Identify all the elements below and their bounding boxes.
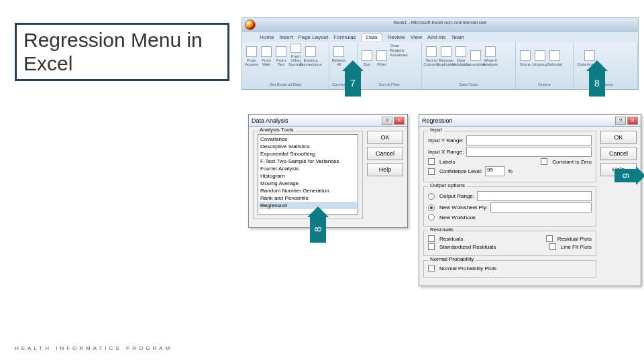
- confidence-checkbox[interactable]: [428, 168, 435, 175]
- from-access-button[interactable]: From Access: [245, 44, 258, 66]
- ungroup-button[interactable]: Ungroup: [533, 44, 547, 66]
- ok-button[interactable]: OK: [367, 131, 403, 144]
- line-fit-plots-checkbox[interactable]: [549, 243, 556, 250]
- tab-page-layout[interactable]: Page Layout: [298, 34, 328, 40]
- slide-title: Regression Menu in Excel: [23, 29, 221, 75]
- tab-review[interactable]: Review: [388, 34, 405, 40]
- std-residuals-checkbox[interactable]: [428, 243, 435, 250]
- help-icon[interactable]: ?: [615, 117, 626, 125]
- group-outline: Group Ungroup Subtotal Outline: [516, 42, 574, 88]
- output-group: Output options Output Range: New Workshe…: [423, 186, 596, 227]
- window-title: Book1 - Microsoft Excel non-commercial u…: [394, 20, 487, 25]
- callout-8: 8: [310, 216, 326, 243]
- text-to-columns-button[interactable]: Text to Columns: [425, 44, 438, 66]
- ribbon-body: From Access From Web From Text From Othe…: [242, 42, 638, 88]
- callout-8-top: 8: [589, 70, 605, 97]
- regression-dialog: Regression ?X Input Input Y Range: Input…: [419, 114, 641, 286]
- tab-data[interactable]: Data: [362, 33, 382, 41]
- ribbon-tabs: Home Insert Page Layout Formulas Data Re…: [242, 32, 638, 42]
- analysis-tools-list[interactable]: Covariance Descriptive Statistics Expone…: [258, 134, 358, 215]
- ok-button[interactable]: OK: [600, 131, 637, 144]
- tab-team[interactable]: Team: [451, 34, 465, 40]
- new-workbook-radio[interactable]: [428, 214, 435, 221]
- dialog-title: Data Analysis: [252, 117, 288, 124]
- confidence-value[interactable]: 95: [485, 166, 505, 176]
- labels-checkbox[interactable]: [428, 158, 435, 165]
- input-group: Input Input Y Range: Input X Range: Labe…: [423, 131, 596, 182]
- input-x-range[interactable]: [466, 147, 592, 157]
- cancel-button[interactable]: Cancel: [367, 147, 403, 160]
- tab-insert[interactable]: Insert: [279, 34, 292, 40]
- consolidate-button[interactable]: Consolidate: [469, 44, 482, 66]
- new-worksheet-input[interactable]: [490, 202, 592, 213]
- input-y-range[interactable]: [466, 135, 592, 145]
- slide-footer: HEALTH INFORMATICS PROGRAM: [15, 345, 172, 351]
- group-get-external-data: From Access From Web From Text From Othe…: [242, 42, 329, 88]
- dialog-titlebar: Data Analysis ?X: [249, 115, 407, 127]
- normal-prob-group: Normal Probability Normal Probability Pl…: [423, 260, 596, 278]
- group-data-tools: Text to Columns Remove Duplicates Data V…: [422, 42, 516, 88]
- list-item[interactable]: Moving Average: [259, 180, 357, 187]
- quick-access-toolbar: Book1 - Microsoft Excel non-commercial u…: [242, 18, 638, 32]
- list-item[interactable]: F-Test Two-Sample for Variances: [259, 158, 357, 165]
- list-item[interactable]: Descriptive Statistics: [259, 143, 357, 150]
- dialog-titlebar: Regression ?X: [419, 115, 641, 127]
- output-range-radio[interactable]: [428, 193, 435, 200]
- remove-duplicates-button[interactable]: Remove Duplicates: [439, 44, 453, 66]
- from-text-button[interactable]: From Text: [274, 44, 288, 66]
- tab-home[interactable]: Home: [260, 34, 274, 40]
- subtotal-button[interactable]: Subtotal: [548, 44, 561, 66]
- whatif-button[interactable]: What-If Analysis: [484, 44, 497, 66]
- from-web-button[interactable]: From Web: [260, 44, 273, 66]
- help-button[interactable]: Help: [367, 163, 403, 176]
- filter-button[interactable]: Filter: [375, 44, 388, 66]
- list-item[interactable]: Rank and Percentile: [259, 194, 357, 202]
- new-worksheet-radio[interactable]: [428, 204, 435, 211]
- output-range-input[interactable]: [477, 191, 592, 201]
- close-icon[interactable]: X: [394, 117, 405, 125]
- list-item[interactable]: Covariance: [259, 135, 357, 143]
- residuals-checkbox[interactable]: [428, 235, 435, 242]
- tab-addins[interactable]: Add-Ins: [427, 34, 446, 40]
- dialog-title: Regression: [422, 117, 453, 124]
- cancel-button[interactable]: Cancel: [600, 147, 637, 160]
- list-item[interactable]: Random Number Generation: [259, 187, 357, 194]
- list-item[interactable]: Fourier Analysis: [259, 165, 357, 172]
- callout-9: 9: [614, 169, 637, 182]
- slide-title-box: Regression Menu in Excel: [15, 23, 229, 81]
- close-icon[interactable]: X: [627, 117, 638, 125]
- residuals-group: Residuals Residuals Residual Plots Stand…: [423, 231, 596, 256]
- help-icon[interactable]: ?: [382, 117, 392, 125]
- tab-view[interactable]: View: [411, 34, 422, 40]
- callout-7: 7: [345, 70, 361, 97]
- existing-connections-button[interactable]: Existing Connections: [304, 44, 317, 66]
- office-button-icon[interactable]: [245, 19, 256, 30]
- constant-zero-checkbox[interactable]: [541, 158, 547, 165]
- list-item[interactable]: Histogram: [259, 172, 357, 180]
- residual-plots-checkbox[interactable]: [546, 235, 553, 242]
- excel-ribbon: Book1 - Microsoft Excel non-commercial u…: [241, 17, 639, 90]
- normal-prob-plots-checkbox[interactable]: [428, 265, 435, 272]
- tab-formulas[interactable]: Formulas: [333, 34, 356, 40]
- group-sort-filter: Sort Filter Clear Reapply Advanced Sort …: [358, 42, 422, 88]
- group-button[interactable]: Group: [519, 44, 532, 66]
- list-item[interactable]: Exponential Smoothing: [259, 150, 357, 158]
